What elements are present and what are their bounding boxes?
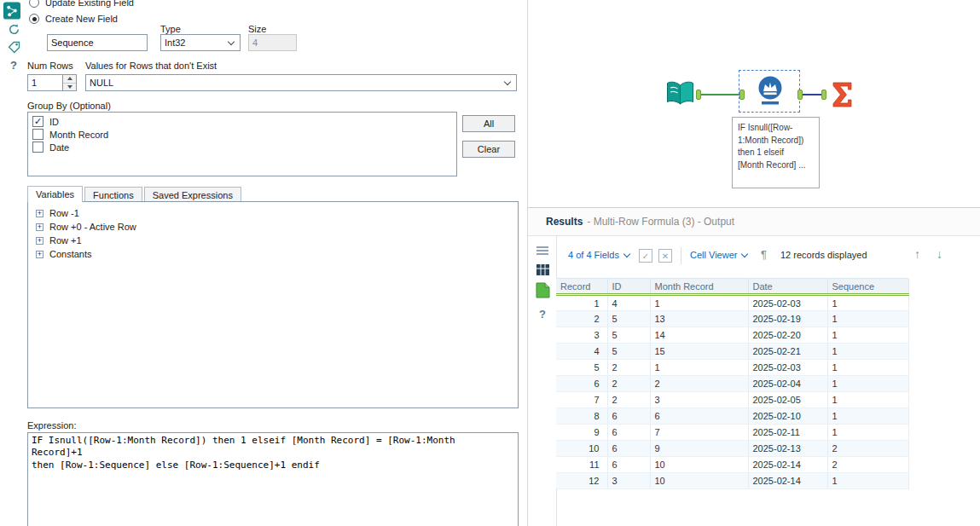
expand-plus-icon[interactable]: + bbox=[36, 251, 43, 258]
table-cell[interactable]: 4 bbox=[556, 344, 607, 360]
table-cell[interactable]: 2025-02-20 bbox=[748, 327, 827, 344]
radio-selected-icon[interactable] bbox=[29, 14, 39, 24]
expand-plus-icon[interactable]: + bbox=[36, 223, 43, 231]
text-input-tool[interactable] bbox=[664, 79, 696, 111]
table-cell[interactable]: 6 bbox=[607, 408, 650, 425]
table-cell[interactable]: 1 bbox=[827, 360, 908, 376]
expression-input[interactable]: IF Isnull([Row-1:Month Record]) then 1 e… bbox=[27, 432, 519, 526]
checkbox-icon[interactable] bbox=[32, 142, 43, 153]
column-header[interactable]: Record bbox=[556, 279, 607, 295]
cell-viewer-dropdown[interactable]: Cell Viewer bbox=[690, 250, 753, 260]
radio-create-new-field[interactable]: Create New Field bbox=[29, 12, 118, 26]
data-view-icon[interactable] bbox=[535, 282, 550, 298]
tool-annotation[interactable]: IF Isnull([Row- 1:Month Record]) then 1 … bbox=[732, 117, 820, 188]
tree-item[interactable]: +Constants bbox=[28, 247, 518, 261]
workflow-canvas[interactable]: IF Isnull([Row- 1:Month Record]) then 1 … bbox=[528, 0, 980, 207]
table-cell[interactable]: 2025-02-13 bbox=[748, 441, 827, 457]
connection-line-1[interactable] bbox=[701, 94, 739, 95]
table-cell[interactable]: 2025-02-03 bbox=[748, 360, 827, 376]
column-header[interactable]: Date bbox=[748, 279, 827, 295]
table-cell[interactable]: 8 bbox=[556, 408, 607, 425]
variables-tree[interactable]: +Row -1+Row +0 - Active Row+Row +1+Const… bbox=[27, 201, 519, 408]
column-header[interactable]: ID bbox=[607, 279, 650, 295]
summarize-tool[interactable] bbox=[826, 79, 858, 112]
group-by-list[interactable]: ✓IDMonth RecordDate bbox=[27, 112, 457, 176]
tree-item[interactable]: +Row -1 bbox=[28, 206, 518, 220]
refresh-icon[interactable] bbox=[5, 20, 22, 38]
scroll-up-icon[interactable]: ↑ bbox=[914, 247, 920, 261]
table-cell[interactable]: 1 bbox=[827, 376, 908, 392]
tree-item[interactable]: +Row +1 bbox=[28, 234, 518, 247]
values-dropdown[interactable]: NULL bbox=[85, 74, 517, 91]
stepper-up-button[interactable] bbox=[63, 75, 76, 84]
table-cell[interactable]: 9 bbox=[650, 441, 748, 457]
table-cell[interactable]: 2025-02-05 bbox=[748, 392, 827, 408]
group-by-item[interactable]: ✓ID bbox=[32, 115, 456, 128]
field-name-input[interactable] bbox=[47, 34, 148, 51]
table-cell[interactable]: 5 bbox=[556, 360, 607, 376]
fields-dropdown[interactable]: 4 of 4 Fields bbox=[568, 250, 635, 260]
table-cell[interactable]: 2025-02-14 bbox=[748, 457, 827, 473]
checkbox-icon[interactable] bbox=[32, 129, 43, 140]
table-cell[interactable]: 10 bbox=[556, 441, 607, 457]
table-cell[interactable]: 2 bbox=[607, 392, 650, 408]
tag-icon[interactable] bbox=[5, 38, 22, 55]
table-cell[interactable]: 2025-02-10 bbox=[748, 408, 827, 425]
table-cell[interactable]: 2 bbox=[650, 376, 748, 392]
radio-icon[interactable] bbox=[29, 0, 39, 8]
table-cell[interactable]: 4 bbox=[607, 295, 650, 311]
table-cell[interactable]: 12 bbox=[556, 473, 607, 489]
table-cell[interactable]: 2 bbox=[556, 311, 607, 327]
table-cell[interactable]: 6 bbox=[556, 376, 607, 392]
group-by-item[interactable]: Month Record bbox=[32, 128, 456, 141]
connection-line-2[interactable] bbox=[803, 94, 821, 95]
tab-functions[interactable]: Functions bbox=[84, 187, 142, 202]
tree-item[interactable]: +Row +0 - Active Row bbox=[28, 220, 518, 234]
table-cell[interactable]: 14 bbox=[650, 327, 748, 344]
table-cell[interactable]: 1 bbox=[556, 295, 607, 311]
connections-list-icon[interactable] bbox=[535, 243, 550, 258]
table-cell[interactable]: 1 bbox=[827, 327, 908, 344]
table-cell[interactable]: 15 bbox=[650, 344, 748, 360]
table-cell[interactable]: 3 bbox=[556, 327, 607, 344]
checkbox-checked-icon[interactable]: ✓ bbox=[32, 116, 43, 127]
table-cell[interactable]: 7 bbox=[556, 392, 607, 408]
table-cell[interactable]: 10 bbox=[650, 473, 748, 489]
table-cell[interactable]: 5 bbox=[607, 311, 650, 327]
multi-row-formula-tool[interactable] bbox=[755, 74, 786, 108]
table-cell[interactable]: 2025-02-03 bbox=[748, 295, 827, 311]
table-cell[interactable]: 3 bbox=[607, 473, 650, 489]
table-cell[interactable]: 2 bbox=[827, 441, 908, 457]
table-cell[interactable]: 2025-02-04 bbox=[748, 376, 827, 392]
table-cell[interactable]: 13 bbox=[650, 311, 748, 327]
table-cell[interactable]: 5 bbox=[607, 344, 650, 360]
expand-plus-icon[interactable]: + bbox=[36, 210, 43, 217]
select-records-icon[interactable]: ✓ bbox=[639, 249, 652, 263]
table-cell[interactable]: 1 bbox=[827, 344, 908, 360]
table-cell[interactable]: 6 bbox=[650, 408, 748, 425]
tab-variables[interactable]: Variables bbox=[27, 186, 83, 202]
column-header[interactable]: Sequence bbox=[827, 279, 908, 295]
results-table[interactable]: RecordIDMonth RecordDateSequence1412025-… bbox=[556, 278, 909, 489]
table-cell[interactable]: 9 bbox=[556, 425, 607, 441]
table-cell[interactable]: 1 bbox=[827, 408, 908, 425]
table-cell[interactable]: 6 bbox=[607, 457, 650, 473]
clear-selection-icon[interactable]: ✕ bbox=[658, 249, 672, 263]
table-cell[interactable]: 11 bbox=[556, 457, 607, 473]
table-cell[interactable]: 2025-02-19 bbox=[748, 311, 827, 327]
all-button[interactable]: All bbox=[462, 115, 515, 132]
table-cell[interactable]: 1 bbox=[827, 311, 908, 327]
table-cell[interactable]: 2025-02-14 bbox=[748, 473, 827, 489]
table-cell[interactable]: 6 bbox=[607, 441, 650, 457]
table-cell[interactable]: 10 bbox=[650, 457, 748, 473]
whitespace-toggle-icon[interactable]: ¶ bbox=[761, 248, 767, 261]
table-cell[interactable]: 2 bbox=[607, 360, 650, 376]
table-cell[interactable]: 1 bbox=[827, 473, 908, 489]
group-by-item[interactable]: Date bbox=[32, 141, 456, 153]
type-dropdown[interactable]: Int32 bbox=[160, 34, 241, 51]
clear-button[interactable]: Clear bbox=[462, 141, 515, 158]
results-help-icon[interactable]: ? bbox=[535, 306, 550, 321]
table-cell[interactable]: 1 bbox=[650, 360, 748, 376]
stepper-down-button[interactable] bbox=[63, 84, 76, 91]
radio-update-existing-field[interactable]: Update Existing Field bbox=[29, 0, 134, 9]
